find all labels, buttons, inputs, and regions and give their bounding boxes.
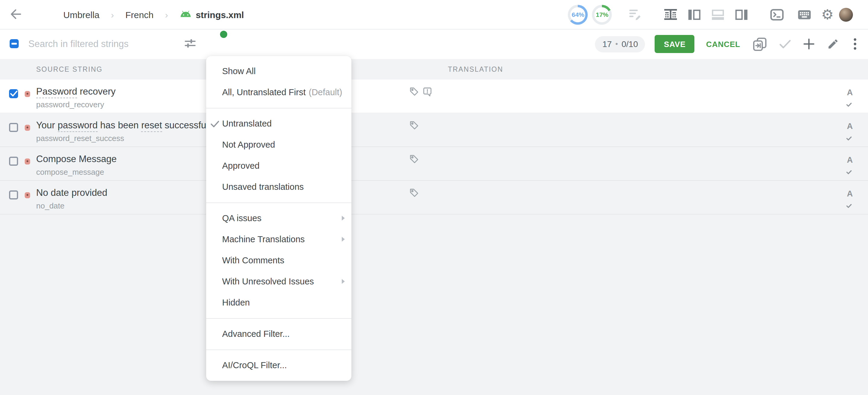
pencil-icon[interactable] (827, 38, 839, 50)
source-cell: Compose Message compose_message (36, 152, 117, 177)
menu-item-suffix: (Default) (309, 87, 342, 97)
breadcrumb-project[interactable]: Umbrella (63, 9, 99, 20)
filter-menu-item[interactable]: Hidden (206, 292, 351, 313)
approved-progress-value: 17% (592, 4, 612, 24)
filter-menu-item[interactable]: Unsaved translations (206, 176, 351, 197)
menu-divider (206, 349, 351, 350)
spellcheck-icon[interactable]: A (847, 154, 857, 176)
filter-active-dot (220, 31, 227, 38)
menu-item-label: Untranslated (222, 119, 272, 128)
source-text-segment: Your (36, 120, 58, 130)
string-meta-icons (410, 121, 418, 132)
side-by-side-view-icon[interactable] (664, 9, 677, 20)
row-checkbox[interactable] (9, 190, 18, 199)
string-key: compose_message (36, 167, 117, 177)
row-checkbox[interactable] (9, 89, 18, 98)
filter-menu-item[interactable]: Machine Translations (206, 229, 351, 250)
translated-progress-ring[interactable]: 64% (568, 4, 588, 24)
filter-menu-item[interactable]: Advanced Filter... (206, 323, 351, 344)
filter-menu-item[interactable]: Not Approved (206, 134, 351, 155)
menu-item-label: Show All (222, 66, 255, 76)
chevron-right-icon (341, 216, 344, 221)
column-source-string: SOURCE STRING (36, 66, 102, 73)
menu-divider (206, 202, 351, 203)
kebab-menu-icon[interactable] (854, 38, 857, 50)
status-dot (26, 194, 28, 196)
string-meta-icons (410, 87, 432, 99)
row-checkbox[interactable] (9, 123, 18, 132)
approve-check-icon[interactable] (779, 39, 791, 48)
source-text-segment: Compose Message (36, 153, 117, 164)
right-panel-view-icon[interactable] (736, 9, 748, 20)
menu-item-label: Machine Translations (222, 234, 305, 244)
search-input[interactable] (28, 36, 179, 53)
keyboard-icon[interactable] (798, 10, 811, 19)
filter-dropdown-menu: Show AllAll, Untranslated First(Default)… (206, 56, 351, 381)
filter-menu-item[interactable]: QA issues (206, 207, 351, 229)
string-key: password_recovery (36, 99, 116, 110)
menu-item-label: With Unresolved Issues (222, 276, 314, 286)
row-checkbox[interactable] (9, 156, 18, 165)
source-cell: Your password has been reset successfull… (36, 119, 215, 144)
spellcheck-icon[interactable]: A (847, 188, 857, 209)
terminal-icon[interactable] (771, 9, 784, 20)
save-button[interactable]: SAVE (655, 35, 695, 53)
select-all-checkbox[interactable] (10, 39, 19, 48)
string-meta-icons (410, 155, 418, 165)
string-list: Password recovery password_recovery A Yo… (0, 79, 868, 214)
cancel-button[interactable]: CANCEL (706, 39, 740, 48)
filter-menu-item[interactable]: Untranslated (206, 113, 351, 134)
menu-burger-icon[interactable] (33, 10, 43, 13)
strings-counter: 17 • 0/10 (595, 36, 645, 52)
left-panel-view-icon[interactable] (689, 9, 701, 20)
filter-menu-item[interactable]: Show All (206, 61, 351, 81)
draft-edit-icon[interactable] (629, 9, 642, 20)
menu-item-label: Approved (222, 161, 259, 170)
breadcrumb-file[interactable]: strings.xml (179, 9, 244, 20)
translated-progress-value: 64% (568, 4, 588, 24)
back-arrow-icon[interactable] (10, 9, 21, 19)
filter-menu-item[interactable]: AI/CroQL Filter... (206, 355, 351, 376)
table-row[interactable]: Compose Message compose_message A (0, 147, 868, 180)
source-text-segment: has been (98, 120, 141, 130)
status-dot (26, 160, 28, 162)
tune-icon[interactable] (184, 38, 196, 49)
spellcheck-icon[interactable]: A (847, 120, 857, 142)
approved-progress-ring[interactable]: 17% (592, 4, 612, 24)
menu-item-label: Not Approved (222, 140, 275, 150)
editor-screen: Umbrella › French › strings.xml 64% 17% (0, 0, 868, 395)
glossary-term: Password (36, 86, 77, 98)
glossary-term: reset (141, 120, 162, 132)
table-row[interactable]: Your password has been reset successfull… (0, 113, 868, 147)
duplicate-icon[interactable] (753, 37, 767, 51)
avatar[interactable] (839, 7, 853, 22)
bottom-panel-view-icon[interactable] (712, 9, 724, 20)
filter-menu-item[interactable]: With Unresolved Issues (206, 271, 351, 292)
gear-icon[interactable]: ⚙ (821, 7, 834, 22)
breadcrumb-separator: › (111, 9, 114, 20)
source-cell: No date provided no_date (36, 186, 107, 211)
menu-item-label: Advanced Filter... (222, 329, 290, 339)
table-row[interactable]: No date provided no_date A (0, 180, 868, 214)
source-text-segment: recovery (77, 86, 116, 96)
menu-item-label: All, Untranslated First (222, 87, 306, 97)
source-string-text: Compose Message (36, 152, 117, 165)
breadcrumb-language[interactable]: French (125, 9, 153, 20)
spellcheck-icon[interactable]: A (847, 87, 857, 108)
top-bar-actions: 64% 17% (568, 0, 853, 29)
untranslated-status-icon (25, 125, 30, 130)
filter-menu-item[interactable]: Approved (206, 155, 351, 176)
plus-icon[interactable] (804, 39, 814, 50)
breadcrumb-file-name: strings.xml (195, 9, 244, 20)
table-header: SOURCE STRING TRANSLATION (0, 59, 868, 79)
table-row[interactable]: Password recovery password_recovery A (0, 79, 868, 113)
filter-menu-item[interactable]: All, Untranslated First(Default) (206, 81, 351, 103)
menu-item-label: QA issues (222, 213, 261, 223)
untranslated-status-icon (25, 91, 30, 97)
comment-icon (423, 87, 432, 99)
tag-icon (410, 155, 418, 165)
source-string-text: No date provided (36, 186, 107, 199)
menu-item-label: AI/CroQL Filter... (222, 360, 287, 370)
status-dot (26, 93, 28, 95)
filter-menu-item[interactable]: With Comments (206, 250, 351, 271)
